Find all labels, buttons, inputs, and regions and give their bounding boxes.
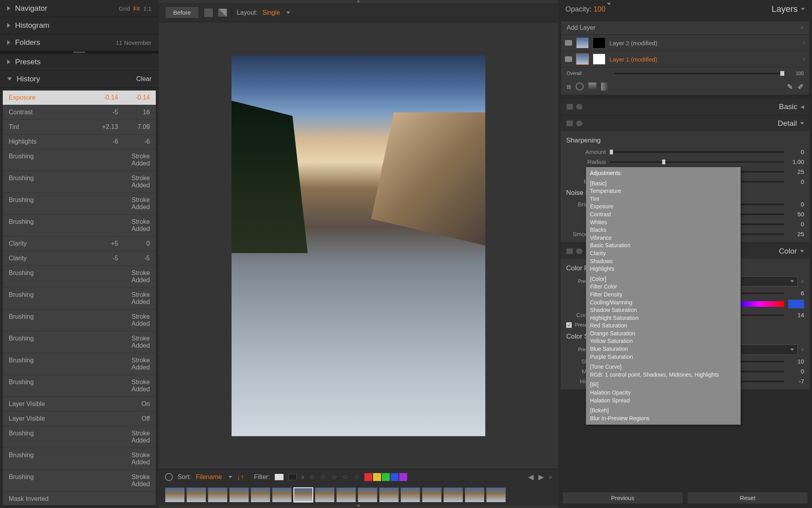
dropdown-item[interactable]: Basic Saturation: [590, 242, 737, 250]
dropdown-item[interactable]: Tint: [590, 195, 737, 203]
layer-thumbnail[interactable]: [576, 54, 589, 65]
dropdown-item[interactable]: Temperature: [590, 187, 737, 195]
color-filter-swatch[interactable]: [364, 473, 372, 481]
reset-icon[interactable]: [576, 248, 583, 254]
history-item[interactable]: BrushingStroke Added: [3, 193, 156, 215]
flag-reject-icon[interactable]: [288, 474, 297, 480]
radius-slider[interactable]: [610, 161, 784, 163]
color-filter-swatch[interactable]: [373, 473, 381, 481]
dropdown-item[interactable]: Halation Spread: [590, 397, 737, 405]
eraser-icon[interactable]: ✐: [798, 83, 804, 92]
history-item[interactable]: Clarity+50: [3, 237, 156, 251]
star-filter-2[interactable]: ☆: [320, 473, 326, 481]
overall-opacity-slider[interactable]: [614, 73, 784, 74]
presets-panel[interactable]: Presets: [0, 54, 159, 71]
filmstrip-thumbnail[interactable]: [400, 487, 420, 502]
history-item[interactable]: Clarity-5-5: [3, 251, 156, 266]
history-item[interactable]: Highlights-6-6: [3, 135, 156, 149]
dropdown-item[interactable]: Red Saturation: [590, 322, 737, 330]
dropdown-item[interactable]: Exposure: [590, 203, 737, 211]
dropdown-item[interactable]: Clarity: [590, 250, 737, 258]
star-filter-1[interactable]: ☆: [309, 473, 315, 481]
history-item[interactable]: BrushingStroke Added: [3, 215, 156, 237]
history-item[interactable]: Tint+2.137.09: [3, 120, 156, 135]
history-item[interactable]: BrushingStroke Added: [3, 448, 156, 470]
filmstrip-thumbnail[interactable]: [272, 487, 292, 502]
collapse-bottom-icon[interactable]: [356, 505, 360, 507]
compare-icon[interactable]: [566, 104, 573, 110]
collapse-top-icon[interactable]: [356, 0, 360, 2]
sort-direction-icon[interactable]: ↓↑: [237, 473, 244, 481]
menu-icon[interactable]: ≡: [801, 278, 804, 285]
dropdown-item[interactable]: Contrast: [590, 211, 737, 219]
next-icon[interactable]: ▶: [538, 473, 544, 481]
history-item[interactable]: BrushingStroke Added: [3, 310, 156, 331]
star-filter-5[interactable]: ☆: [353, 473, 360, 481]
dropdown-item[interactable]: Blacks: [590, 226, 737, 234]
layer-thumbnail[interactable]: [576, 37, 589, 48]
color-filter-swatch[interactable]: [399, 473, 407, 481]
filmstrip-thumbnail[interactable]: [379, 487, 399, 502]
color-swatch[interactable]: [788, 300, 804, 308]
amount-slider[interactable]: [610, 151, 784, 153]
history-item[interactable]: Contrast-516: [3, 105, 156, 120]
color-filter-swatch[interactable]: [382, 473, 390, 481]
filmstrip-thumbnail[interactable]: [251, 487, 270, 502]
star-filter-3[interactable]: ☆: [331, 473, 337, 481]
layer-row[interactable]: Layer 1 (modified)≡: [561, 51, 809, 67]
dropdown-item[interactable]: Purple Saturation: [590, 353, 737, 361]
menu-icon[interactable]: ≡: [802, 56, 805, 62]
brush-icon[interactable]: ✎: [787, 83, 793, 92]
diagonal-split-icon[interactable]: [218, 9, 227, 17]
compare-icon[interactable]: [566, 248, 573, 254]
detail-section-header[interactable]: Detail: [561, 116, 810, 131]
before-button[interactable]: Before: [165, 6, 199, 19]
filmstrip-thumbnail[interactable]: [293, 487, 313, 502]
dropdown-item[interactable]: Filter Color: [590, 283, 737, 291]
history-item[interactable]: Exposure-0.14-0.14: [3, 90, 156, 105]
navigator-panel[interactable]: Navigator Grid Fit 1:1: [0, 0, 159, 17]
menu-icon[interactable]: ≡: [801, 346, 804, 353]
filmstrip-thumbnail[interactable]: [358, 487, 377, 502]
history-item[interactable]: BrushingStroke Added: [3, 288, 156, 310]
sort-value[interactable]: Filename: [196, 473, 222, 481]
crop-icon[interactable]: ⌗: [567, 83, 571, 92]
menu-icon[interactable]: ≡: [549, 474, 552, 480]
adjustments-dropdown[interactable]: Adjustments: [Basic]TemperatureTintExpos…: [586, 167, 741, 425]
previous-button[interactable]: Previous: [562, 492, 683, 504]
history-item[interactable]: BrushingStroke Added: [3, 375, 156, 397]
menu-icon[interactable]: ≡: [802, 40, 805, 46]
opacity-value[interactable]: 100: [594, 5, 605, 13]
splitter[interactable]: [0, 51, 159, 54]
dropdown-item[interactable]: Filter Density: [590, 291, 737, 299]
flag-white-icon[interactable]: [275, 474, 283, 480]
history-item[interactable]: BrushingStroke Added: [3, 149, 156, 171]
history-item[interactable]: Layer VisibleOn: [3, 397, 156, 412]
dropdown-item[interactable]: Whites: [590, 219, 737, 227]
split-view-icon[interactable]: [204, 8, 213, 17]
filmstrip-thumbnail[interactable]: [336, 487, 356, 502]
dropdown-item[interactable]: Shadows: [590, 258, 737, 266]
gradient-tool-icon[interactable]: [588, 83, 596, 90]
dropdown-icon[interactable]: [801, 8, 805, 10]
layer-mask[interactable]: [593, 54, 605, 65]
image-canvas[interactable]: [159, 22, 558, 469]
dropdown-item[interactable]: RGB: 1 control point, Shadows, Midtones,…: [590, 371, 737, 379]
dropdown-item[interactable]: Highlights: [590, 265, 737, 273]
dropdown-item[interactable]: Cooling/Warming: [590, 299, 737, 307]
color-filter-swatch[interactable]: [391, 473, 398, 481]
compare-icon[interactable]: [566, 120, 573, 127]
linear-tool-icon[interactable]: [601, 83, 609, 90]
history-item[interactable]: Mask Inverted: [3, 492, 156, 506]
dropdown-item[interactable]: Blur In-Preview Regions: [590, 415, 737, 423]
filmstrip[interactable]: [159, 485, 558, 505]
filmstrip-thumbnail[interactable]: [208, 487, 228, 502]
circle-tool-icon[interactable]: [576, 83, 584, 90]
reset-button[interactable]: Reset: [687, 492, 808, 504]
history-item[interactable]: BrushingStroke Added: [3, 266, 156, 288]
filmstrip-thumbnail[interactable]: [186, 487, 206, 502]
history-clear-button[interactable]: Clear: [136, 75, 151, 83]
folders-panel[interactable]: Folders 11 November: [0, 34, 159, 51]
filmstrip-thumbnail[interactable]: [486, 487, 506, 502]
history-item[interactable]: BrushingStroke Added: [3, 353, 156, 375]
